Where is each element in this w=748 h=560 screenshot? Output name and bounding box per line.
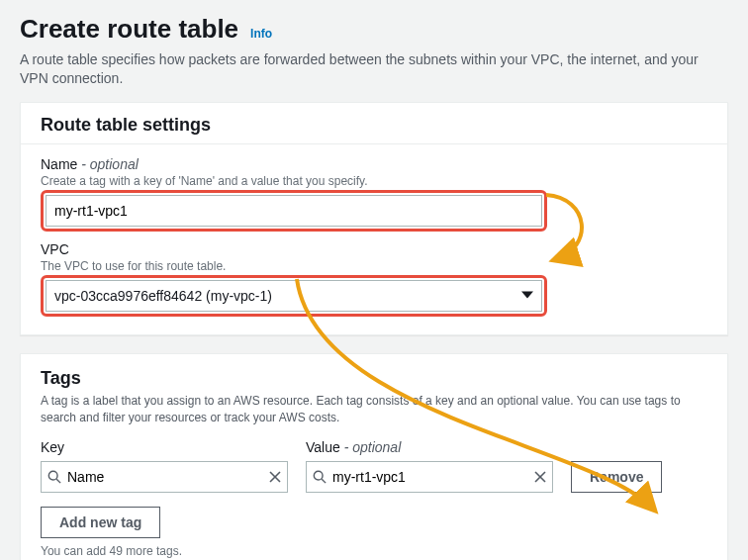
tags-panel-title: Tags	[41, 368, 707, 389]
add-tag-button[interactable]: Add new tag	[41, 507, 160, 538]
name-label: Name - optional	[41, 156, 707, 172]
remove-tag-button[interactable]: Remove	[571, 461, 662, 493]
svg-line-5	[322, 480, 326, 484]
search-icon	[47, 470, 65, 484]
tag-key-input[interactable]	[65, 468, 269, 486]
settings-panel: Route table settings Name - optional Cre…	[20, 102, 728, 335]
tag-value-input[interactable]	[330, 468, 534, 486]
name-hint: Create a tag with a key of 'Name' and a …	[41, 174, 707, 188]
vpc-selected-value: vpc-03cca9976eff84642 (my-vpc-1)	[54, 288, 272, 304]
tag-key-label: Key	[41, 439, 288, 455]
tag-value-input-wrap[interactable]	[306, 461, 553, 493]
info-link[interactable]: Info	[250, 27, 272, 41]
vpc-label: VPC	[41, 241, 707, 257]
svg-point-0	[48, 472, 57, 481]
name-input[interactable]	[46, 195, 542, 227]
caret-down-icon	[521, 288, 533, 304]
page-title: Create route table	[20, 14, 238, 45]
svg-line-1	[56, 480, 60, 484]
clear-icon[interactable]	[269, 471, 281, 483]
page-description: A route table specifies how packets are …	[20, 50, 712, 88]
tag-key-input-wrap[interactable]	[41, 461, 288, 493]
svg-point-4	[314, 472, 323, 481]
tags-remaining-note: You can add 49 more tags.	[41, 544, 707, 558]
tags-panel: Tags A tag is a label that you assign to…	[20, 353, 728, 560]
tags-description: A tag is a label that you assign to an A…	[41, 393, 707, 426]
vpc-hint: The VPC to use for this route table.	[41, 259, 707, 273]
clear-icon[interactable]	[534, 471, 546, 483]
tag-value-label: Value - optional	[306, 439, 553, 455]
vpc-select[interactable]: vpc-03cca9976eff84642 (my-vpc-1)	[46, 280, 542, 312]
search-icon	[313, 470, 330, 484]
settings-panel-title: Route table settings	[21, 103, 727, 144]
